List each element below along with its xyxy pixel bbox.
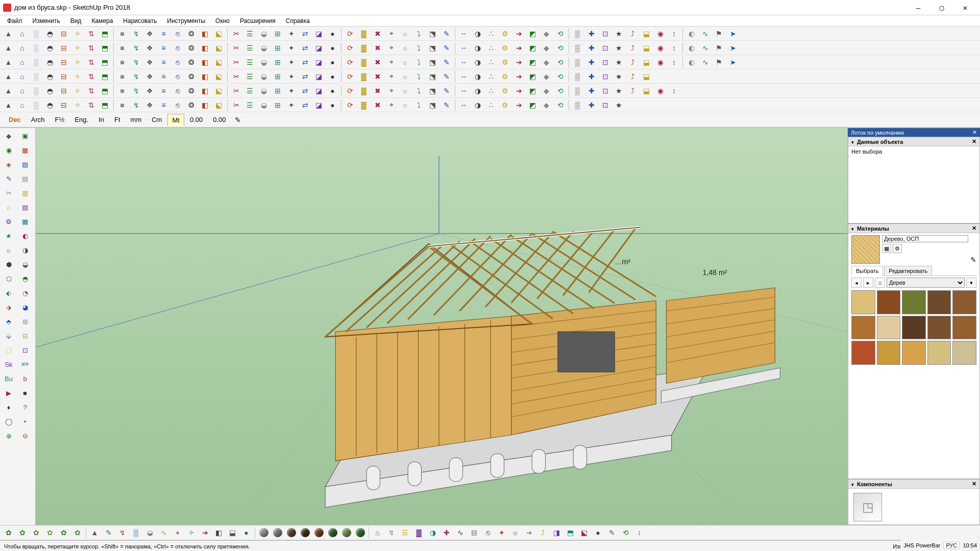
left-tool-button[interactable]: ★ (1, 229, 16, 242)
toolbar-button[interactable]: ⌂ (16, 98, 29, 111)
left-tool-button[interactable]: ▶ (1, 386, 16, 399)
toolbar-button[interactable]: ◑ (471, 56, 484, 68)
toolbar-button[interactable]: ∴ (485, 41, 498, 54)
bottom-tool-button[interactable]: ⌖ (171, 527, 184, 539)
toolbar-button[interactable]: ◒ (257, 84, 270, 97)
toolbar-button[interactable]: ✖ (371, 41, 384, 54)
toolbar-button[interactable]: ⬒ (99, 41, 111, 54)
bottom-tool-button[interactable]: ● (592, 527, 604, 539)
toolbar-button[interactable]: ➔ (512, 56, 525, 68)
toolbar-button[interactable]: ↔ (457, 84, 470, 97)
left-tool-button[interactable]: ⌂ (1, 201, 16, 214)
material-swatch[interactable] (877, 341, 901, 365)
bottom-tool-button[interactable]: ◑ (426, 527, 439, 539)
toolbar-button[interactable]: ✖ (371, 98, 384, 111)
toolbar-button[interactable]: ⊞ (271, 56, 284, 68)
toolbar-button[interactable]: ⬕ (212, 41, 225, 54)
toolbar-button[interactable]: ☰ (243, 70, 256, 83)
component-thumb[interactable]: ◳ (853, 493, 882, 521)
toolbar-button[interactable]: ⊡ (599, 27, 611, 40)
toolbar-button[interactable]: ❖ (143, 27, 156, 40)
toolbar-button[interactable]: ◆ (540, 56, 553, 68)
toolbar-button[interactable]: ∴ (485, 70, 498, 83)
toolbar-button[interactable]: ■ (116, 27, 129, 40)
toolbar-button[interactable]: ⬕ (212, 84, 225, 97)
create-material-icon[interactable]: ▦ (882, 244, 891, 253)
toolbar-button[interactable]: ➔ (512, 84, 525, 97)
toolbar-button[interactable]: ░ (30, 70, 42, 83)
toolbar-button[interactable]: ❖ (143, 98, 156, 111)
toolbar-button[interactable]: ❂ (185, 98, 198, 111)
materials-tab-edit[interactable]: Редактировать (884, 266, 932, 276)
toolbar-button[interactable]: ◧ (199, 70, 211, 83)
toolbar-button[interactable]: ↯ (130, 41, 142, 54)
toolbar-button[interactable]: ✧ (71, 98, 84, 111)
window-close-button[interactable]: ✕ (953, 0, 977, 15)
toolbar-button[interactable]: ⬕ (212, 56, 225, 68)
left-tool-button[interactable]: ◆ (1, 129, 16, 142)
toolbar-button[interactable]: ░ (30, 27, 42, 40)
toolbar-button[interactable]: ⬒ (99, 56, 111, 68)
toolbar-button[interactable]: ▲ (2, 84, 15, 97)
toolbar-button[interactable]: ↕ (668, 41, 680, 54)
toolbar-button[interactable]: ↔ (457, 98, 470, 111)
toolbar-button[interactable]: ◒ (257, 56, 270, 68)
left-tool-button[interactable]: ◑ (17, 243, 33, 257)
toolbar-button[interactable]: ∴ (485, 27, 498, 40)
toolbar-button[interactable]: ✎ (440, 84, 453, 97)
left-tool-button[interactable]: ▧ (17, 158, 33, 171)
bottom-sphere-button[interactable] (299, 527, 311, 539)
toolbar-button[interactable]: ⬔ (426, 41, 439, 54)
toolbar-button[interactable]: ✚ (585, 98, 598, 111)
left-tool-button[interactable]: • (17, 415, 33, 428)
toolbar-button[interactable]: ✧ (71, 27, 84, 40)
toolbar-button[interactable]: ⬒ (99, 70, 111, 83)
menu-extensions[interactable]: Расширения (235, 15, 281, 26)
toolbar-button[interactable]: ◪ (312, 27, 325, 40)
toolbar-button[interactable]: ⚑ (713, 56, 725, 68)
toolbar-button[interactable]: ● (326, 41, 339, 54)
left-tool-button[interactable]: ⬖ (1, 286, 16, 299)
unit-tab-mm[interactable]: mm (126, 113, 146, 126)
toolbar-button[interactable]: ★ (612, 70, 625, 83)
toolbar-button[interactable]: ✎ (440, 70, 453, 83)
bottom-tool-button[interactable]: ✦ (495, 527, 508, 539)
toolbar-button[interactable]: ⤴ (626, 41, 639, 54)
toolbar-button[interactable]: ≡ (157, 70, 170, 83)
toolbar-button[interactable]: ⬕ (212, 70, 225, 83)
toolbar-button[interactable]: ⟲ (554, 56, 567, 68)
toolbar-button[interactable]: ➤ (726, 27, 739, 40)
window-minimize-button[interactable]: — (906, 0, 930, 15)
material-menu-icon[interactable]: ▾ (966, 278, 976, 288)
toolbar-button[interactable]: ◩ (526, 84, 539, 97)
toolbar-button[interactable]: ■ (116, 84, 129, 97)
material-swatch[interactable] (877, 290, 901, 314)
toolbar-button[interactable]: ◧ (199, 27, 211, 40)
toolbar-button[interactable]: ≡ (157, 41, 170, 54)
toolbar-button[interactable]: ❂ (185, 27, 198, 40)
bottom-tool-button[interactable]: ◨ (550, 527, 563, 539)
bottom-tool-button[interactable]: ∿ (157, 527, 170, 539)
toolbar-button[interactable]: ✚ (585, 84, 598, 97)
toolbar-button[interactable]: ❖ (143, 56, 156, 68)
toolbar-button[interactable]: ★ (612, 98, 625, 111)
toolbar-button[interactable]: ✂ (230, 27, 242, 40)
unit-tab-mt[interactable]: Mt (167, 114, 184, 126)
toolbar-button[interactable]: ▓ (357, 98, 370, 111)
bottom-plant-button[interactable]: ✿ (16, 527, 29, 539)
toolbar-button[interactable]: ⚑ (713, 41, 725, 54)
toolbar-button[interactable]: ⬒ (99, 98, 111, 111)
toolbar-button[interactable]: ⊟ (57, 56, 70, 68)
left-tool-button[interactable]: Bu (1, 372, 16, 385)
toolbar-button[interactable]: ⊡ (599, 84, 611, 97)
toolbar-button[interactable]: ⤵ (412, 27, 425, 40)
toolbar-button[interactable]: ● (326, 27, 339, 40)
toolbar-button[interactable]: ➤ (726, 56, 739, 68)
toolbar-button[interactable]: ⌖ (385, 84, 398, 97)
bottom-tool-button[interactable]: ☰ (399, 527, 411, 539)
toolbar-button[interactable]: ⇄ (299, 84, 311, 97)
toolbar-button[interactable]: ➤ (726, 41, 739, 54)
toolbar-button[interactable]: ⟳ (344, 41, 356, 54)
toolbar-button[interactable]: ⎋ (171, 84, 184, 97)
toolbar-button[interactable]: ≡ (157, 98, 170, 111)
